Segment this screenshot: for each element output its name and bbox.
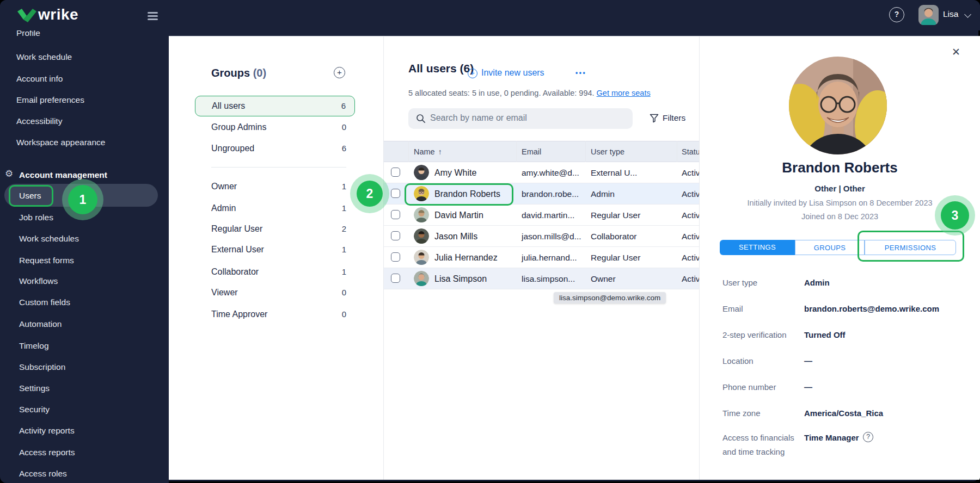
user-email: amy.white@d... <box>522 162 579 183</box>
app-window: Profile Work schedule Account info Email… <box>0 0 980 483</box>
sidebar-item-settings[interactable]: Settings <box>19 381 50 396</box>
field-value: America/Costa_Rica <box>804 406 883 420</box>
annotation-step-2: 2 <box>357 181 383 207</box>
sidebar-item-accessibility[interactable]: Accessibility <box>16 114 62 129</box>
sidebar-item-activity-reports[interactable]: Activity reports <box>19 423 75 438</box>
role-item-viewer[interactable]: Viewer <box>211 286 238 300</box>
user-type: Collaborator <box>591 226 636 247</box>
avatar <box>414 271 429 286</box>
table-row-hovered[interactable]: Lisa Simpson lisa.simpson... Owner Activ… <box>384 268 708 289</box>
row-checkbox[interactable] <box>391 168 400 177</box>
avatar <box>414 228 429 244</box>
field-label: 2-step verification <box>722 328 799 342</box>
wrike-logo-text[interactable]: wrike <box>38 6 78 23</box>
group-item-ungrouped[interactable]: Ungrouped <box>211 141 254 156</box>
row-checkbox[interactable] <box>391 189 400 198</box>
role-item-collaborator[interactable]: Collaborator <box>211 265 259 279</box>
sidebar-item-request-forms[interactable]: Request forms <box>19 253 74 268</box>
hamburger-menu-icon[interactable] <box>148 12 158 22</box>
wrike-logo-icon <box>17 8 36 23</box>
table-row[interactable]: Jason Mills jason.mills@d... Collaborato… <box>384 226 708 247</box>
role-item-admin[interactable]: Admin <box>211 201 236 215</box>
role-item-time-approver[interactable]: Time Approver <box>211 307 267 321</box>
invite-new-users-button[interactable]: Invite new users <box>481 68 544 78</box>
sidebar-item-account-info[interactable]: Account info <box>16 71 63 86</box>
annotation-step-3: 3 <box>941 201 969 230</box>
column-header-name[interactable]: Name↑ <box>414 141 442 163</box>
row-checkbox[interactable] <box>391 252 400 262</box>
table-row[interactable]: Julia Hernandez julia.hernand... Regular… <box>384 247 708 268</box>
close-icon[interactable] <box>952 46 960 58</box>
sidebar-item-access-reports[interactable]: Access reports <box>19 445 75 460</box>
avatar <box>414 207 429 222</box>
user-email: jason.mills@d... <box>522 226 581 247</box>
tab-groups[interactable]: GROUPS <box>795 240 865 255</box>
user-name: Lisa Simpson <box>434 268 487 289</box>
sidebar-item-job-roles[interactable]: Job roles <box>19 210 53 225</box>
sidebar-item-security[interactable]: Security <box>19 402 50 417</box>
user-name: Jason Mills <box>434 226 477 247</box>
filter-funnel-icon <box>650 114 659 123</box>
field-label: User type <box>722 276 799 290</box>
search-icon <box>416 114 426 123</box>
sidebar-item-access-roles[interactable]: Access roles <box>19 466 67 481</box>
role-item-regular-user[interactable]: Regular User <box>211 222 262 236</box>
help-button[interactable] <box>889 7 904 22</box>
user-type: Admin <box>591 183 615 205</box>
field-value: — <box>804 354 812 368</box>
sidebar-item-work-schedules[interactable]: Work schedules <box>19 231 79 246</box>
sidebar: Profile Work schedule Account info Email… <box>0 0 169 483</box>
sidebar-item-timelog[interactable]: Timelog <box>19 338 49 354</box>
row-checkbox[interactable] <box>391 274 400 283</box>
field-label: Time zone <box>722 406 799 420</box>
sidebar-item-workspace-appearance[interactable]: Workspace appearance <box>16 135 105 150</box>
table-row[interactable]: David Martin david.martin... Regular Use… <box>384 205 708 226</box>
group-item-group-admins[interactable]: Group Admins <box>211 120 266 134</box>
help-icon[interactable] <box>863 432 873 442</box>
sidebar-item-workflows[interactable]: Workflows <box>19 274 58 289</box>
annotation-box-users <box>9 185 53 207</box>
sidebar-section-account-management: Account management <box>19 168 107 183</box>
groups-title: Groups (0) <box>211 67 266 79</box>
email-tooltip: lisa.simpson@demo.wrike.com <box>554 292 666 304</box>
user-email: julia.hernand... <box>522 247 577 268</box>
field-label: Access to financials and time tracking <box>722 431 799 459</box>
role-count: 1 <box>305 201 346 215</box>
get-more-seats-link[interactable]: Get more seats <box>597 89 651 97</box>
sidebar-item-custom-fields[interactable]: Custom fields <box>19 295 70 310</box>
sidebar-item-subscription[interactable]: Subscription <box>19 360 65 375</box>
column-header-email[interactable]: Email <box>522 141 541 163</box>
role-item-external-user[interactable]: External User <box>211 243 264 257</box>
search-input[interactable]: Search by name or email <box>408 108 633 129</box>
user-type: External U... <box>591 162 637 183</box>
role-item-owner[interactable]: Owner <box>211 179 237 194</box>
add-group-icon[interactable] <box>334 67 345 78</box>
group-count: 6 <box>305 141 346 156</box>
role-count: 0 <box>305 307 346 321</box>
sidebar-item-email-preferences[interactable]: Email preferences <box>16 92 84 108</box>
user-type: Regular User <box>591 205 640 226</box>
role-count: 1 <box>305 243 346 257</box>
user-name: David Martin <box>434 205 483 226</box>
chevron-down-icon[interactable] <box>964 11 971 18</box>
topbar-user-name[interactable]: Lisa <box>943 9 958 19</box>
topbar-avatar[interactable] <box>918 5 939 25</box>
groups-panel: Groups (0) All users 6 Group Admins 0 Un… <box>169 36 384 480</box>
row-checkbox[interactable] <box>391 210 400 219</box>
profile-photo <box>789 57 887 154</box>
row-checkbox[interactable] <box>391 231 400 240</box>
group-item-all-users[interactable]: All users 6 <box>195 96 355 116</box>
field-label: Email <box>722 302 799 316</box>
field-label: Phone number <box>722 380 799 394</box>
tab-settings[interactable]: SETTINGS <box>720 240 795 255</box>
more-options-button[interactable]: ••• <box>575 69 586 77</box>
sidebar-item-work-schedule[interactable]: Work schedule <box>16 49 72 65</box>
filters-button[interactable]: Filters <box>663 113 685 123</box>
sidebar-item-automation[interactable]: Automation <box>19 317 62 332</box>
field-value: Turned Off <box>804 328 846 342</box>
role-count: 1 <box>305 265 346 279</box>
user-email: lisa.simpson... <box>522 268 575 289</box>
column-header-user-type[interactable]: User type <box>591 141 624 163</box>
table-row[interactable]: Amy White amy.white@d... External U... A… <box>384 162 708 183</box>
annotation-box-brandon-row <box>405 183 513 206</box>
